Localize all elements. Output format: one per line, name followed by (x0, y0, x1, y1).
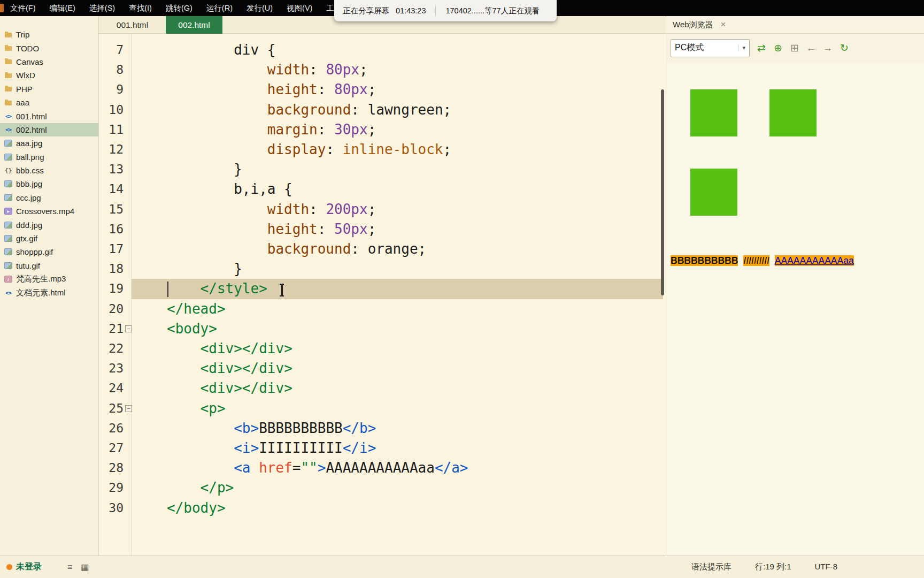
sidebar-item[interactable]: TODO (0, 41, 98, 55)
line-number: 13 (99, 159, 124, 179)
code-line[interactable]: 28<a href="">AAAAAAAAAAAaa</a> (99, 458, 666, 478)
login-status[interactable]: 未登录 (16, 561, 42, 573)
file-name: aaa (16, 98, 29, 107)
code-text: height: 80px; (267, 80, 376, 100)
sidebar-item[interactable]: tutu.gif (0, 259, 98, 272)
line-number: 9 (99, 80, 124, 100)
refresh-icon[interactable]: ↻ (838, 42, 850, 54)
fold-marker[interactable] (125, 325, 132, 332)
code-text: </body> (167, 498, 226, 518)
code-line[interactable]: 18} (99, 259, 666, 279)
sidebar-item[interactable]: ball.png (0, 150, 98, 164)
code-line[interactable]: 30</body> (99, 498, 666, 518)
image-icon (4, 262, 12, 269)
video-icon (4, 208, 12, 215)
tab-002-html[interactable]: 002.html (166, 16, 222, 34)
list-icon[interactable]: ≡ (67, 562, 72, 572)
menu-item[interactable]: 文件(F) (10, 3, 36, 13)
sidebar-item[interactable]: aaa.jpg (0, 136, 98, 150)
code-line[interactable]: 13} (99, 159, 666, 179)
sidebar-item[interactable]: <>文档元素.html (0, 286, 98, 299)
sidebar-item[interactable]: 梵高先生.mp3 (0, 272, 98, 286)
file-name: 002.html (16, 125, 47, 134)
code-editor[interactable]: 7div {8width: 80px;9height: 80px;10backg… (99, 34, 666, 556)
tab-web-browser[interactable]: Web浏览器 (673, 20, 713, 30)
settings-gear-icon[interactable]: ⊕ (772, 42, 784, 54)
file-name: 梵高先生.mp3 (16, 274, 66, 284)
forward-arrow-icon[interactable]: → (822, 42, 834, 54)
menu-item[interactable]: 查找(I) (129, 3, 152, 13)
scrollbar-thumb[interactable] (661, 89, 664, 295)
statusbar-encoding[interactable]: UTF-8 (815, 562, 838, 572)
menu-item[interactable]: 运行(R) (206, 3, 233, 13)
code-line[interactable]: 21<body> (99, 319, 666, 339)
menu-item[interactable]: 选择(S) (89, 3, 115, 13)
layout-icon[interactable]: ▦ (81, 562, 89, 572)
folder-icon (4, 44, 12, 52)
code-line[interactable]: 17background: orange; (99, 239, 666, 259)
image-icon (4, 248, 12, 256)
code-text: height: 50px; (267, 219, 376, 239)
device-mode-select[interactable]: PC模式 (671, 39, 750, 57)
statusbar-cursor-position[interactable]: 行:19 列:1 (755, 562, 791, 572)
preview-toolbar-icons: ⇄⊕⊞←→↻ (756, 42, 850, 54)
preview-link[interactable]: AAAAAAAAAAAaa (775, 255, 854, 266)
code-line[interactable]: 12display: inline-block; (99, 140, 666, 159)
code-line[interactable]: 15width: 200px; (99, 200, 666, 219)
menu-item[interactable]: 编辑(E) (50, 3, 75, 13)
web-browser-panel: Web浏览器 × PC模式 ⇄⊕⊞←→↻ BBBBBBBBBB IIIIIIII… (666, 16, 924, 556)
code-line[interactable]: 9height: 80px; (99, 80, 666, 100)
sidebar-item[interactable]: {}bbb.css (0, 164, 98, 177)
line-number: 20 (99, 299, 124, 319)
file-name: TODO (16, 44, 39, 53)
code-line[interactable]: 8width: 80px; (99, 60, 666, 80)
file-name: aaa.jpg (16, 139, 42, 148)
sidebar-item[interactable]: gtx.gif (0, 232, 98, 245)
code-line[interactable]: 20</head> (99, 299, 666, 319)
sidebar-item[interactable]: ddd.jpg (0, 218, 98, 231)
code-line[interactable]: 26<b>BBBBBBBBBB</b> (99, 419, 666, 438)
code-line[interactable]: 24<div></div> (99, 378, 666, 398)
image-icon (4, 194, 12, 201)
sidebar-item[interactable]: bbb.jpg (0, 177, 98, 191)
code-line[interactable]: 22<div></div> (99, 339, 666, 359)
code-line[interactable]: 27<i>IIIIIIIIII</i> (99, 438, 666, 458)
code-line[interactable]: 14b,i,a { (99, 179, 666, 199)
tab-001-html[interactable]: 001.html (99, 16, 166, 34)
preview-text-row: BBBBBBBBBB IIIIIIIIII AAAAAAAAAAAaa (671, 255, 924, 267)
sidebar-item[interactable]: PHP (0, 82, 98, 96)
sidebar-item[interactable]: Canvas (0, 55, 98, 69)
line-number: 25 (99, 399, 124, 419)
screen-share-banner[interactable]: 正在分享屏幕 01:43:23 170402......等77人正在观看 (334, 0, 557, 21)
line-number: 14 (99, 179, 124, 199)
sidebar-item[interactable]: shoppp.gif (0, 245, 98, 258)
sidebar-item[interactable]: <>001.html (0, 109, 98, 123)
fold-marker[interactable] (125, 405, 132, 412)
code-line[interactable]: 29</p> (99, 478, 666, 498)
code-line[interactable]: 7div { (99, 40, 666, 60)
menu-item[interactable]: 跳转(G) (166, 3, 192, 13)
image-icon (4, 153, 12, 161)
sidebar-item[interactable]: ccc.jpg (0, 191, 98, 204)
menu-item[interactable]: 发行(U) (247, 3, 273, 13)
code-line[interactable]: 11margin: 30px; (99, 120, 666, 140)
app-logo-icon (0, 4, 4, 12)
sidebar-item[interactable]: <>002.html (0, 123, 98, 136)
sidebar-item[interactable]: aaa (0, 96, 98, 109)
sync-icon[interactable]: ⇄ (756, 42, 767, 54)
code-line[interactable]: 16height: 50px; (99, 219, 666, 239)
code-line[interactable]: 19</style> (99, 279, 666, 299)
code-text: width: 200px; (267, 200, 376, 219)
open-external-icon[interactable]: ⊞ (789, 42, 800, 54)
sidebar-item[interactable]: WlxD (0, 69, 98, 82)
sidebar-item[interactable]: Trip (0, 28, 98, 41)
back-arrow-icon[interactable]: ← (805, 42, 817, 54)
sidebar-item[interactable]: Crossovers.mp4 (0, 204, 98, 218)
close-icon[interactable]: × (721, 19, 726, 30)
image-icon (4, 221, 12, 229)
code-line[interactable]: 25<p> (99, 399, 666, 419)
menu-item[interactable]: 视图(V) (287, 3, 312, 13)
statusbar-syntax-lib[interactable]: 语法提示库 (691, 562, 732, 572)
code-line[interactable]: 23<div></div> (99, 359, 666, 378)
code-line[interactable]: 10background: lawngreen; (99, 100, 666, 120)
